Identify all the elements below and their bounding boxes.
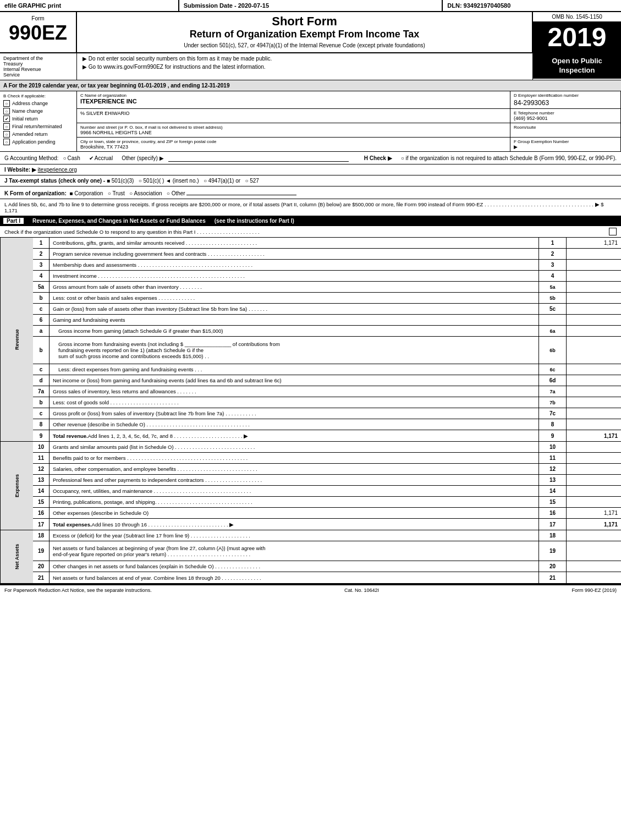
table-row: 8 Other revenue (describe in Schedule O)… [33,419,621,430]
table-row: a Gross income from gaming (attach Sched… [33,326,621,337]
address-change-check: ○Address change [3,100,73,107]
table-row: b Gross income from fundraising events (… [33,337,621,364]
form-number-box: Form 990EZ [0,12,77,52]
application-pending-check: ○Application pending [3,139,73,145]
org-name-box: C Name of organization ITEXPERIENCE INC [77,91,510,108]
website-link[interactable]: itexperience.org [38,167,77,173]
open-to-public-box: Open to Public Inspection [533,53,621,80]
form-990ez: 990EZ [3,21,73,45]
table-row: 7a Gross sales of inventory, less return… [33,386,621,397]
initial-return-check: ✔Initial return [3,116,73,122]
table-row: 6 Gaming and fundraising events [33,315,621,326]
org-street: Number and street (or P. O. box, if mail… [77,123,510,137]
table-row: 4 Investment income . . . . . . . . . . … [33,271,621,282]
form-under-text: Under section 501(c), 527, or 4947(a)(1)… [83,42,526,48]
form-main-title: Return of Organization Exempt From Incom… [83,29,526,40]
line-l: L Add lines 5b, 6c, and 7b to line 9 to … [0,199,621,216]
omb-number: OMB No. 1545-1150 [533,12,621,22]
org-group-exemption: F Group Exemption Number ▶ [510,138,620,151]
table-row: c Gross profit or (loss) from sales of i… [33,408,621,419]
website-row: I Website: ▶ itexperience.org [0,164,621,175]
table-row: 16 Other expenses (describe in Schedule … [33,508,621,519]
footer-mid: Cat. No. 10642I [344,588,379,593]
submission-date: Submission Date - 2020-07-15 [179,0,443,11]
table-row: 13 Professional fees and other payments … [33,475,621,486]
table-row: 9 Total revenue. Add lines 1, 2, 3, 4, 5… [33,430,621,441]
table-row: 10 Grants and similar amounts paid (list… [33,442,621,453]
footer-left: For Paperwork Reduction Act Notice, see … [4,588,152,593]
org-city: City or town, state or province, country… [77,138,510,151]
part-i-header: Part I Revenue, Expenses, and Changes in… [0,216,621,226]
table-row: 14 Occupancy, rent, utilities, and maint… [33,486,621,497]
table-row: 5a Gross amount from sale of assets othe… [33,282,621,293]
efile-label: efile GRAPHIC print [0,0,179,11]
form-right-panel: OMB No. 1545-1150 2019 [533,12,621,52]
check-column: B Check if applicable: ○Address change ○… [0,91,77,151]
name-change-check: ○Name change [3,108,73,114]
form-title-area: Short Form Return of Organization Exempt… [77,12,533,52]
table-row: 1 Contributions, gifts, grants, and simi… [33,238,621,249]
tax-status-row: J Tax-exempt status (check only one) - ■… [0,175,621,186]
org-attention: % SILVER EHIWARIO [77,109,510,123]
dept-label: Department of the Treasury Internal Reve… [0,53,77,80]
table-row: 21 Net assets or fund balances at end of… [33,572,621,583]
footer: For Paperwork Reduction Act Notice, see … [0,584,621,595]
table-row: 11 Benefits paid to or for members . . .… [33,453,621,464]
dln-number: DLN: 93492197040580 [443,0,621,11]
org-telephone: E Telephone number (469) 952-9001 [510,109,620,123]
revenue-label: Revenue [0,238,33,441]
revenue-section: Revenue 1 Contributions, gifts, grants, … [0,238,621,442]
org-info-main: C Name of organization ITEXPERIENCE INC … [77,91,621,151]
employer-id-box: D Employer identification number 84-2993… [510,91,620,108]
expenses-label: Expenses [0,442,33,530]
net-assets-label: Net Assets [0,530,33,583]
accounting-method-row: G Accounting Method: ○ Cash ✔ Accrual Ot… [0,152,621,164]
table-row: 17 Total expenses. Add lines 10 through … [33,519,621,530]
table-row: c Less: direct expenses from gaming and … [33,364,621,375]
table-row: d Net income or (loss) from gaming and f… [33,375,621,386]
table-row: 20 Other changes in net assets or fund b… [33,561,621,572]
final-return-check: ○Final return/terminated [3,123,73,130]
table-row: 12 Salaries, other compensation, and emp… [33,464,621,475]
table-row: b Less: cost or other basis and sales ex… [33,293,621,304]
schedule-o-checkbox[interactable] [609,228,617,235]
table-row: b Less: cost of goods sold . . . . . . .… [33,397,621,408]
expenses-section: Expenses 10 Grants and similar amounts p… [0,442,621,530]
form-org-row: K Form of organization: ■ Corporation ○ … [0,186,621,199]
amended-return-check: ○Amended return [3,131,73,138]
table-row: 19 Net assets or fund balances at beginn… [33,541,621,561]
form-short-title: Short Form [83,14,526,29]
form-label: Form [3,15,73,21]
table-row: 18 Excess or (deficit) for the year (Sub… [33,530,621,541]
table-row: c Gain or (loss) from sale of assets oth… [33,304,621,315]
net-assets-section: Net Assets 18 Excess or (deficit) for th… [0,530,621,584]
table-row: 2 Program service revenue including gove… [33,249,621,260]
footer-right: Form 990-EZ (2019) [571,588,617,593]
schedule-o-check-line: Check if the organization used Schedule … [0,226,621,238]
table-row: 3 Membership dues and assessments . . . … [33,260,621,271]
notice-text: ▶ Do not enter social security numbers o… [77,53,533,80]
org-room: Room/suite [510,123,620,137]
tax-year: 2019 [533,22,621,52]
table-row: 15 Printing, publications, postage, and … [33,497,621,508]
section-a: A For the 2019 calendar year, or tax yea… [0,80,621,91]
